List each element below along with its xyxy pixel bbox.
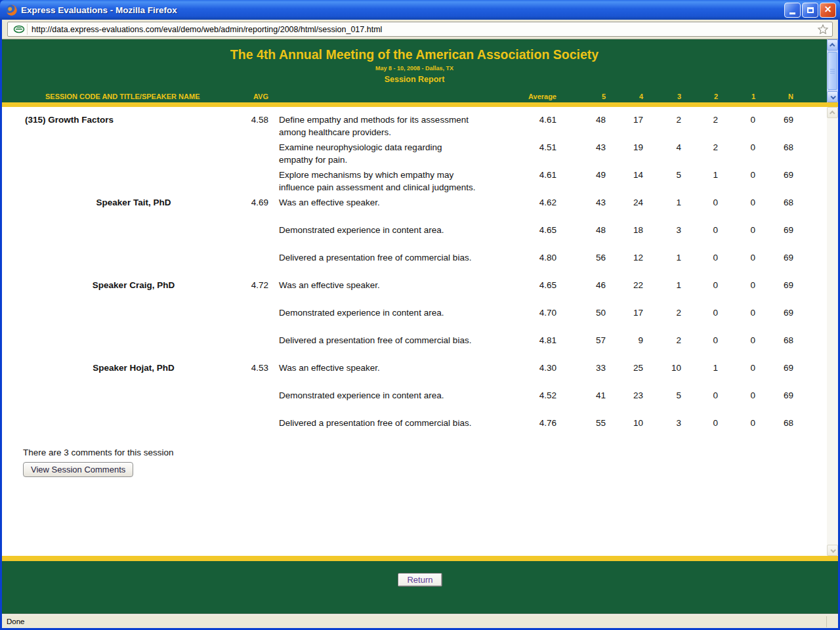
row-count-n: 69 xyxy=(755,224,793,236)
table-row: Delivered a presentation free of commerc… xyxy=(23,251,827,279)
header-frame-scrollbar[interactable] xyxy=(827,39,838,102)
row-average: 4.51 xyxy=(502,141,556,154)
row-count-5: 43 xyxy=(556,196,606,209)
row-objective: Examine neurophysiologic data regarding … xyxy=(279,141,502,166)
row-count-1: 0 xyxy=(718,224,755,236)
row-count-n: 69 xyxy=(755,362,793,374)
row-count-1: 0 xyxy=(718,362,755,374)
row-objective: Delivered a presentation free of commerc… xyxy=(279,334,502,346)
report-header-frame: The 4th Annual Meeting of the American A… xyxy=(2,39,838,102)
row-average: 4.65 xyxy=(502,224,556,236)
row-count-3: 3 xyxy=(643,417,681,429)
row-count-5: 43 xyxy=(556,141,606,154)
row-average: 4.65 xyxy=(502,279,556,291)
col-n: N xyxy=(755,93,793,100)
titlebar[interactable]: Express Evaluations - Mozilla Firefox ✕ xyxy=(0,0,840,20)
row-count-3: 2 xyxy=(643,114,681,126)
col-session: SESSION CODE AND TITLE/SPEAKER NAME xyxy=(23,93,242,100)
row-count-5: 48 xyxy=(556,114,606,126)
url-toolbar: http://data.express-evaluations.com/eval… xyxy=(2,20,838,39)
row-count-4: 24 xyxy=(606,196,643,209)
row-count-n: 69 xyxy=(755,251,793,264)
col-4: 4 xyxy=(606,93,643,100)
column-header-row: SESSION CODE AND TITLE/SPEAKER NAME AVG … xyxy=(2,93,827,100)
col-1: 1 xyxy=(718,93,755,100)
row-count-1: 0 xyxy=(718,279,755,291)
row-count-5: 33 xyxy=(556,362,606,374)
gold-divider-bottom xyxy=(2,556,838,561)
row-count-2: 0 xyxy=(681,279,718,291)
scroll-up-icon[interactable] xyxy=(827,107,838,118)
scroll-down-icon[interactable] xyxy=(827,545,838,556)
row-count-2: 0 xyxy=(681,251,718,264)
table-row: Delivered a presentation free of commerc… xyxy=(23,417,827,444)
row-count-n: 68 xyxy=(755,334,793,346)
scroll-down-icon[interactable] xyxy=(827,91,838,102)
row-average: 4.81 xyxy=(502,334,556,346)
col-5: 5 xyxy=(556,93,606,100)
row-count-3: 1 xyxy=(643,196,681,209)
row-count-2: 0 xyxy=(681,224,718,236)
row-average: 4.70 xyxy=(502,306,556,319)
row-count-2: 1 xyxy=(681,169,718,181)
row-count-1: 0 xyxy=(718,114,755,126)
minimize-button[interactable] xyxy=(784,3,801,18)
row-count-2: 2 xyxy=(681,114,718,126)
site-favicon xyxy=(10,24,28,35)
row-count-5: 56 xyxy=(556,251,606,264)
row-count-4: 12 xyxy=(606,251,643,264)
row-count-2: 0 xyxy=(681,306,718,319)
location-bar[interactable]: http://data.express-evaluations.com/eval… xyxy=(7,22,833,37)
row-name: Speaker Hojat, PhD xyxy=(23,362,242,374)
row-name: Speaker Tait, PhD xyxy=(23,196,242,209)
row-count-3: 1 xyxy=(643,279,681,291)
row-objective: Delivered a presentation free of commerc… xyxy=(279,251,502,264)
row-count-5: 49 xyxy=(556,169,606,181)
table-row: Speaker Hojat, PhD 4.53 Was an effective… xyxy=(23,362,827,389)
row-objective: Delivered a presentation free of commerc… xyxy=(279,417,502,429)
row-average: 4.52 xyxy=(502,389,556,402)
status-text: Done xyxy=(7,618,25,625)
table-row: Explore mechanisms by which empathy may … xyxy=(23,169,827,196)
row-count-n: 69 xyxy=(755,306,793,319)
window-title: Express Evaluations - Mozilla Firefox xyxy=(21,5,784,15)
row-average: 4.30 xyxy=(502,362,556,374)
row-count-4: 10 xyxy=(606,417,643,429)
row-objective: Demonstrated experience in content area. xyxy=(279,389,502,402)
row-count-2: 1 xyxy=(681,362,718,374)
row-name: (315) Growth Factors xyxy=(23,114,242,126)
table-row: Examine neurophysiologic data regarding … xyxy=(23,141,827,169)
col-3: 3 xyxy=(643,93,681,100)
browser-window: Express Evaluations - Mozilla Firefox ✕ … xyxy=(0,0,840,630)
row-count-4: 17 xyxy=(606,306,643,319)
bookmark-star-icon[interactable] xyxy=(816,23,830,36)
url-text[interactable]: http://data.express-evaluations.com/eval… xyxy=(32,25,816,34)
scroll-up-icon[interactable] xyxy=(827,39,838,51)
row-objective: Was an effective speaker. xyxy=(279,362,502,374)
content-frame-scrollbar[interactable] xyxy=(827,107,838,556)
row-count-3: 5 xyxy=(643,169,681,181)
row-objective: Was an effective speaker. xyxy=(279,196,502,209)
row-objective: Define empathy and methods for its asses… xyxy=(279,114,502,138)
return-button[interactable]: Return xyxy=(398,573,442,587)
status-bar: Done xyxy=(2,614,838,628)
maximize-button[interactable] xyxy=(802,3,818,18)
view-session-comments-button[interactable]: View Session Comments xyxy=(23,462,133,477)
scrollbar-thumb[interactable] xyxy=(828,52,837,90)
row-count-1: 0 xyxy=(718,389,755,402)
resize-grip[interactable] xyxy=(826,616,838,627)
row-count-4: 18 xyxy=(606,224,643,236)
row-count-5: 48 xyxy=(556,224,606,236)
row-count-4: 25 xyxy=(606,362,643,374)
row-count-5: 50 xyxy=(556,306,606,319)
table-row: Demonstrated experience in content area.… xyxy=(23,389,827,417)
close-button[interactable]: ✕ xyxy=(820,3,836,18)
row-count-4: 9 xyxy=(606,334,643,346)
row-count-3: 2 xyxy=(643,306,681,319)
row-average: 4.61 xyxy=(502,169,556,181)
table-row: (315) Growth Factors 4.58 Define empathy… xyxy=(23,114,827,141)
row-count-4: 14 xyxy=(606,169,643,181)
row-count-n: 69 xyxy=(755,389,793,402)
row-name: Speaker Craig, PhD xyxy=(23,279,242,291)
gold-divider-top xyxy=(2,102,838,107)
